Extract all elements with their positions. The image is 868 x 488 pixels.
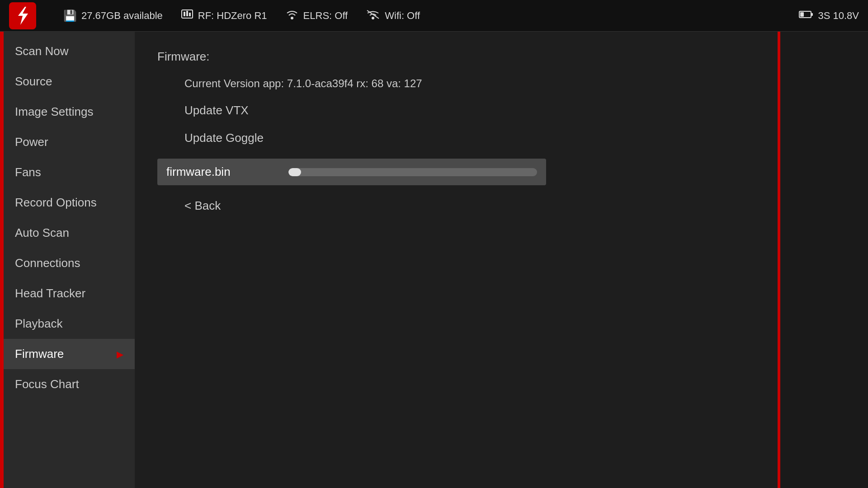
svg-rect-4: [186, 11, 188, 16]
back-button[interactable]: < Back: [157, 199, 755, 213]
sidebar: Scan Now Source Image Settings Power Fan…: [4, 32, 135, 488]
sidebar-label-record-options: Record Options: [15, 196, 97, 210]
sidebar-label-firmware: Firmware: [15, 347, 64, 361]
sidebar-item-image-settings[interactable]: Image Settings: [4, 97, 135, 127]
wifi-icon: [366, 9, 380, 23]
battery-status: 3S 10.8V: [799, 9, 859, 23]
elrs-label: ELRS: Off: [303, 10, 348, 22]
sidebar-item-connections[interactable]: Connections: [4, 248, 135, 278]
sidebar-label-connections: Connections: [15, 256, 80, 270]
rf-icon: [181, 9, 193, 23]
sidebar-arrow-firmware: ▶: [117, 349, 123, 360]
storage-status: 💾 27.67GB available: [63, 9, 163, 22]
storage-label: 27.67GB available: [81, 10, 163, 22]
wifi-label: Wifi: Off: [385, 10, 420, 22]
sidebar-item-source[interactable]: Source: [4, 66, 135, 97]
svg-rect-10: [811, 13, 813, 16]
svg-rect-11: [800, 12, 804, 17]
left-accent-bar: [0, 32, 4, 488]
rf-label: RF: HDZero R1: [198, 10, 267, 22]
firmware-section-label: Firmware:: [157, 50, 755, 64]
svg-rect-5: [189, 13, 191, 16]
update-vtx-label: Update VTX: [184, 103, 249, 117]
sidebar-item-scan-now[interactable]: Scan Now: [4, 36, 135, 66]
sidebar-label-source: Source: [15, 75, 52, 89]
firmware-file-row[interactable]: firmware.bin: [157, 159, 546, 185]
storage-icon: 💾: [63, 9, 77, 22]
firmware-progress-fill: [288, 168, 301, 176]
sidebar-label-power: Power: [15, 135, 48, 149]
battery-label: 3S 10.8V: [818, 10, 859, 22]
sidebar-label-playback: Playback: [15, 317, 63, 331]
sidebar-item-auto-scan[interactable]: Auto Scan: [4, 218, 135, 248]
battery-icon: [799, 9, 813, 23]
topbar: 💾 27.67GB available RF: HDZero R1 ELRS: …: [0, 0, 868, 32]
firmware-label-text: Firmware:: [157, 50, 210, 63]
sidebar-label-fans: Fans: [15, 165, 41, 179]
svg-point-7: [372, 17, 374, 19]
update-vtx-button[interactable]: Update VTX: [157, 103, 755, 117]
right-panel: [778, 32, 868, 488]
main-layout: Scan Now Source Image Settings Power Fan…: [0, 32, 868, 488]
app-logo: [9, 2, 36, 29]
sidebar-label-focus-chart: Focus Chart: [15, 377, 79, 391]
sidebar-item-fans[interactable]: Fans: [4, 157, 135, 188]
firmware-version-text: Current Version app: 7.1.0-aca39f4 rx: 6…: [184, 77, 422, 89]
firmware-progress-bar: [288, 168, 537, 176]
sidebar-label-image-settings: Image Settings: [15, 105, 93, 119]
sidebar-label-auto-scan: Auto Scan: [15, 226, 69, 240]
elrs-icon: [285, 9, 299, 23]
sidebar-item-firmware[interactable]: Firmware ▶: [4, 339, 135, 369]
back-label: < Back: [184, 199, 221, 212]
update-goggle-button[interactable]: Update Goggle: [157, 131, 755, 145]
wifi-status: Wifi: Off: [366, 9, 420, 23]
elrs-status: ELRS: Off: [285, 9, 348, 23]
sidebar-item-playback[interactable]: Playback: [4, 309, 135, 339]
sidebar-item-head-tracker[interactable]: Head Tracker: [4, 278, 135, 309]
sidebar-item-focus-chart[interactable]: Focus Chart: [4, 369, 135, 399]
sidebar-label-scan-now: Scan Now: [15, 44, 69, 58]
firmware-filename: firmware.bin: [166, 165, 279, 179]
content-area: Firmware: Current Version app: 7.1.0-aca…: [135, 32, 778, 488]
sidebar-item-power[interactable]: Power: [4, 127, 135, 157]
svg-rect-3: [184, 12, 185, 16]
rf-status: RF: HDZero R1: [181, 9, 267, 23]
update-goggle-label: Update Goggle: [184, 131, 264, 145]
sidebar-item-record-options[interactable]: Record Options: [4, 188, 135, 218]
firmware-version: Current Version app: 7.1.0-aca39f4 rx: 6…: [157, 77, 755, 90]
svg-point-6: [291, 17, 293, 19]
sidebar-label-head-tracker: Head Tracker: [15, 286, 85, 300]
